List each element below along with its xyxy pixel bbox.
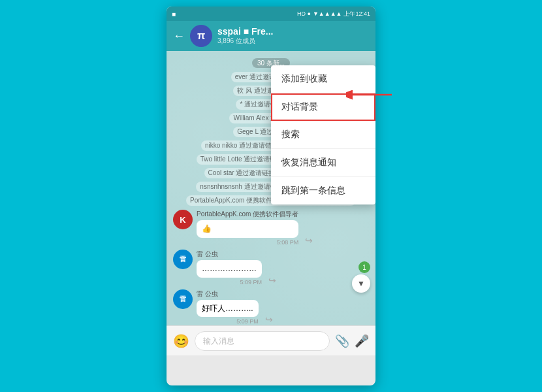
menu-item-search[interactable]: 搜索: [271, 121, 375, 149]
forward-btn-2[interactable]: ↪: [268, 275, 276, 286]
status-signal: ▼▲▲▲▲: [313, 10, 342, 17]
msg-bubble-1: 👍: [197, 220, 298, 238]
status-time: 上午12:41: [343, 10, 370, 18]
msg-time-1: 5:08 PM: [197, 239, 298, 246]
emoji-button[interactable]: 😊: [173, 333, 189, 349]
forward-btn-3[interactable]: ↪: [265, 314, 273, 325]
menu-item-restore-notifications[interactable]: 恢复消息通知: [271, 149, 375, 177]
avatar-text: π: [197, 30, 205, 42]
attach-button[interactable]: 📎: [335, 334, 349, 348]
chat-subtitle: 3,896 位成员: [217, 37, 369, 46]
input-placeholder: 输入消息: [203, 336, 234, 346]
header-info: sspai ■ Fre... 3,896 位成员: [217, 26, 369, 46]
msg-sender-1: PortableAppK.com 便携软件倡导者: [197, 210, 298, 219]
arrow-annotation: [346, 85, 398, 107]
msg-content-3: 雷 公虫 好吓人……….. 5:09 PM: [197, 289, 259, 325]
msg-bubble-2: …………………: [197, 260, 262, 278]
message-row-1: K PortableAppK.com 便携软件倡导者 👍 5:08 PM ↪: [173, 210, 369, 246]
voice-button[interactable]: 🎤: [355, 334, 369, 348]
msg-time-2: 5:09 PM: [197, 279, 262, 286]
msg-time-3: 5:09 PM: [197, 318, 259, 325]
status-hd: HD ●: [297, 10, 311, 17]
status-left-icon: ■: [172, 10, 176, 18]
chat-header: ← π sspai ■ Fre... 3,896 位成员: [167, 21, 375, 51]
msg-content-2: 雷 公虫 ………………… 5:09 PM: [197, 250, 262, 286]
msg-sender-3: 雷 公虫: [197, 289, 259, 299]
unread-badge: 1: [359, 261, 370, 273]
msg-avatar-2: 雷: [173, 250, 193, 269]
status-icons: HD ● ▼▲▲▲▲ 上午12:41: [297, 10, 370, 18]
scroll-down-button[interactable]: ▼: [352, 274, 370, 293]
msg-content-1: PortableAppK.com 便携软件倡导者 👍 5:08 PM: [197, 210, 298, 246]
status-bar: ■ HD ● ▼▲▲▲▲ 上午12:41: [167, 7, 375, 21]
message-row-2: 雷 雷 公虫 ………………… 5:09 PM ↪: [173, 250, 369, 286]
chat-messages: K PortableAppK.com 便携软件倡导者 👍 5:08 PM ↪ 雷…: [173, 210, 369, 325]
menu-item-jump-to-first[interactable]: 跳到第一条信息: [271, 177, 375, 204]
msg-avatar-1: K: [173, 210, 193, 229]
phone-container: ■ HD ● ▼▲▲▲▲ 上午12:41 ← π sspai ■ Fre... …: [167, 7, 375, 385]
forward-btn-1[interactable]: ↪: [305, 235, 313, 246]
back-button[interactable]: ←: [173, 29, 185, 43]
chat-area: 30 条新... ever 通过邀请链接接方... 软 风 通过邀请链接方...…: [167, 51, 375, 325]
message-row-3: 雷 雷 公虫 好吓人……….. 5:09 PM ↪: [173, 289, 369, 325]
chat-title: sspai ■ Fre...: [217, 26, 369, 37]
msg-sender-2: 雷 公虫: [197, 250, 262, 259]
msg-bubble-3: 好吓人………..: [197, 300, 259, 318]
msg-avatar-3: 雷: [173, 289, 193, 309]
header-avatar: π: [190, 25, 212, 47]
arrow-svg: [346, 85, 398, 105]
chat-input-bar: 😊 输入消息 📎 🎤: [167, 325, 375, 355]
message-input[interactable]: 输入消息: [195, 331, 330, 351]
